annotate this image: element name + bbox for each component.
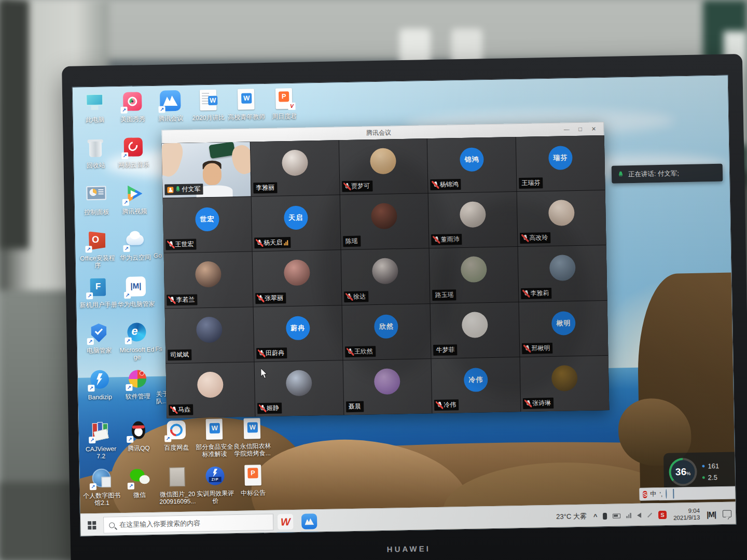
desktop-icon-image-file[interactable]: 微信图片_20200916095... — [158, 464, 196, 506]
edge-icon: e↗ — [124, 319, 149, 345]
participant-tile[interactable]: 高改玲 — [517, 190, 606, 246]
hw-m-icon: |M|↗ — [123, 274, 148, 299]
participant-tile[interactable]: 李雅莉 — [518, 245, 607, 301]
microphone-icon[interactable] — [603, 512, 607, 519]
desktop-icon-shield[interactable]: ↗电脑管家 — [80, 320, 118, 354]
participant-tile[interactable]: 楸明邢楸明 — [519, 301, 608, 357]
participant-tile[interactable]: 路玉瑶 — [430, 247, 519, 303]
participant-tile[interactable]: 李雅丽 — [251, 140, 340, 196]
participant-tile[interactable]: 聂晨 — [343, 359, 432, 415]
desktop-icon-netease[interactable]: ↗网易云音乐 — [114, 134, 152, 169]
desktop-icon-word-doc[interactable]: W高校青年教师 — [227, 87, 265, 121]
name-plate: 姬静 — [257, 402, 282, 414]
participant-tile[interactable]: 陈瑶 — [340, 193, 429, 249]
participant-tile[interactable]: 天启杨天启 — [252, 195, 341, 251]
name-plate: 杨天启 — [254, 237, 290, 248]
desktop-icon-hw-m[interactable]: |M|↗华为电脑管家 — [117, 274, 155, 308]
desktop-icon-word-doc[interactable]: W良永信阳农林学院焙烤食... — [233, 416, 271, 457]
pen-icon[interactable] — [647, 514, 653, 515]
participant-name: 王欣然 — [354, 347, 373, 356]
desktop-icon-wps-doc[interactable]: W2020月讲比 — [189, 87, 227, 121]
participant-tile[interactable]: 瑞芬王瑞芬 — [516, 135, 605, 191]
mic-muted-icon — [433, 181, 438, 188]
desktop-icon-caj[interactable]: ↗CAJViewer 7.2 — [82, 418, 120, 460]
name-plate: 邢楸明 — [522, 343, 552, 354]
sogou-tray-icon[interactable]: S — [658, 511, 667, 519]
lang-indicator[interactable]: 中 — [650, 489, 656, 498]
sogou-input-toolbar[interactable]: S中’, — [639, 486, 736, 501]
close-button[interactable]: ✕ — [588, 124, 599, 134]
participant-tile[interactable]: 世宏王世宏 — [163, 197, 252, 253]
name-plate: 杨锦鸿 — [431, 179, 461, 190]
desktop-icon-meeting-ic[interactable]: ↗腾讯会议 — [151, 88, 189, 122]
desktop-icon-wechat[interactable]: ↗微信 — [120, 465, 158, 499]
net-rows: 1612.5 — [702, 462, 719, 482]
desktop-icon-manual[interactable]: F↗新机用户手册 — [79, 274, 117, 309]
meitu-icon: ↗ — [120, 89, 145, 114]
participant-tile[interactable]: 董雨沛 — [428, 192, 518, 248]
desktop-icon-bandizip[interactable]: ↗Bandizip — [81, 367, 119, 401]
volume-icon[interactable] — [637, 513, 641, 518]
percent-value: 36 — [675, 466, 687, 478]
participant-tile[interactable]: 徐达 — [341, 249, 430, 305]
taskbar-clock[interactable]: 9:04 2021/9/13 — [673, 508, 700, 522]
network-speed-widget[interactable]: 36% 1612.5 — [663, 452, 737, 492]
name-plate: 陈瑶 — [343, 236, 361, 247]
action-center-icon[interactable] — [723, 510, 731, 517]
participant-tile[interactable]: 牛梦菲 — [431, 302, 520, 358]
participant-tile[interactable]: 张翠丽 — [252, 250, 341, 306]
desktop-icon-edge[interactable]: e↗Microsoft Edge — [118, 319, 156, 361]
emoji-icon[interactable] — [666, 489, 667, 498]
desktop-icon-meitu[interactable]: ↗美图秀秀 — [114, 89, 151, 123]
desktop-icon-library[interactable]: ↗个人数字图书馆2.1 — [82, 465, 120, 507]
start-button[interactable] — [80, 513, 104, 536]
weather-status[interactable]: 23°C 大雾 — [556, 512, 587, 522]
desktop-icon-ppt-doc[interactable]: P中标公告 — [234, 463, 272, 497]
participant-tile[interactable]: 付文军 — [162, 142, 251, 198]
participant-tile[interactable]: 张诗琳 — [520, 356, 610, 412]
participant-tile[interactable]: 贾梦可 — [339, 138, 428, 194]
office-icon: O↗ — [85, 228, 110, 253]
desktop-icon-panel[interactable]: 控制面板 — [77, 181, 115, 216]
desktop-icon-recycle[interactable]: 回收站 — [76, 135, 114, 169]
avatar — [197, 371, 224, 398]
participant-tile[interactable]: 蔚冉田蔚冉 — [253, 305, 342, 361]
taskbar-app-wps[interactable]: W — [273, 510, 298, 534]
battery-icon[interactable] — [613, 513, 620, 518]
recycle-icon — [82, 135, 108, 161]
sogou-logo-icon[interactable]: S — [643, 489, 647, 499]
desktop-icon-office[interactable]: O↗Office安装程序 — [78, 228, 116, 269]
participant-tile[interactable]: 马垚 — [166, 362, 255, 418]
desktop-icon-baidu[interactable]: ↗百度网盘 — [157, 417, 195, 452]
desktop-icon-zip[interactable]: ZIP实训周效果评价 — [196, 463, 234, 505]
maximize-button[interactable]: □ — [574, 124, 586, 134]
avatar — [462, 312, 488, 338]
desktop-icon-word-doc[interactable]: W部分食品安全标准解读 — [195, 416, 233, 458]
desktop-icon-label: 良永信阳农林学院焙烤食... — [233, 442, 271, 457]
search-input[interactable]: 在这里输入你要搜索的内容 — [103, 514, 274, 534]
partial-icon-label: 队... — [156, 397, 168, 405]
desktop-icon-qq[interactable]: ↗腾讯QQ — [120, 418, 158, 452]
keyboard-icon[interactable] — [673, 489, 674, 498]
desktop-icon-cloud[interactable]: ↗华为云空间 — [116, 227, 154, 261]
punctuation-indicator[interactable]: ’, — [659, 491, 662, 498]
net-speed-row: 2.5 — [702, 473, 720, 482]
network-icon[interactable] — [626, 513, 631, 518]
participant-tile[interactable]: 李若兰 — [164, 252, 253, 308]
desktop-icon-label: 周日度君 — [266, 113, 303, 120]
huawei-pc-manager-icon[interactable]: |M| — [707, 510, 716, 519]
desktop-icon-this-pc[interactable]: 此电脑 — [76, 89, 114, 123]
taskbar-app-meeting[interactable] — [297, 510, 322, 534]
minimize-button[interactable]: — — [561, 125, 572, 134]
desktop-icon-ppt-doc-v[interactable]: PV周日度君 — [265, 86, 303, 120]
chevron-up-icon[interactable]: ^ — [593, 512, 598, 520]
desktop-icon-pinwheel[interactable]: ↗软件管理 — [119, 366, 157, 400]
participant-name: 姬静 — [267, 404, 279, 413]
participant-tile[interactable]: 锦鸿杨锦鸿 — [427, 137, 517, 193]
avatar — [370, 148, 397, 174]
participant-tile[interactable]: 欣然王欣然 — [342, 304, 431, 360]
participant-tile[interactable]: 司斌斌 — [165, 307, 254, 363]
speaking-toast-text: 正在讲话: 付文军; — [628, 169, 679, 179]
desktop-icon-tvideo[interactable]: ↗腾讯视频 — [115, 181, 153, 215]
participant-tile[interactable]: 冷伟冷伟 — [432, 357, 521, 413]
